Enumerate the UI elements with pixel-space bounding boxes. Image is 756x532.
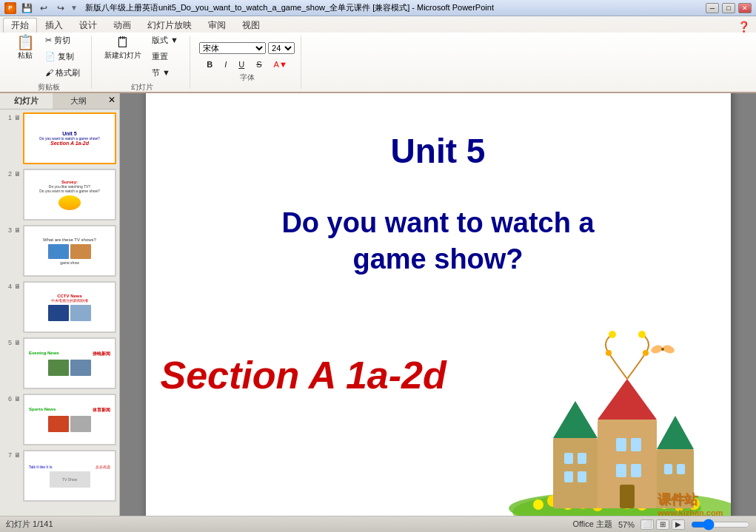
new-slide-label: 新建幻灯片 bbox=[104, 50, 141, 61]
slides-group: 🗒 新建幻灯片 版式 ▼ 重置 节 ▼ 幻灯片 bbox=[95, 36, 190, 89]
section-btn[interactable]: 节 ▼ bbox=[147, 65, 184, 81]
italic-btn[interactable]: I bbox=[219, 58, 232, 71]
font-group: 宋体 24 B I U S A▼ 字体 bbox=[193, 36, 301, 89]
slide-thumb-7[interactable]: 7 🖥 Talk It like It Is 步步高选 TV Show bbox=[3, 450, 116, 502]
slide-icon-5: 🖥 bbox=[14, 337, 21, 346]
tab-insert[interactable]: 插入 bbox=[37, 18, 71, 33]
thumb1-section: Section A 1a-2d bbox=[50, 141, 89, 146]
cut-btn[interactable]: ✂ 剪切 bbox=[40, 33, 85, 48]
svg-rect-28 bbox=[677, 464, 685, 474]
font-color-btn[interactable]: A▼ bbox=[269, 58, 292, 71]
help-icon[interactable]: ❓ bbox=[737, 21, 750, 33]
thumb6-sub: 体育新闻 bbox=[93, 407, 110, 414]
window-title: 新版八年级上册英语unit5_Do_you_want_to_watch_a_ga… bbox=[85, 2, 494, 13]
thumb-box-5[interactable]: Evening News 傍晚新闻 bbox=[23, 337, 116, 389]
svg-point-35 bbox=[661, 348, 664, 351]
svg-rect-16 bbox=[616, 464, 626, 477]
thumb-box-3[interactable]: What are these TV shows? game show bbox=[23, 225, 116, 277]
font-family-select[interactable]: 宋体 bbox=[199, 42, 266, 54]
thumb3-imgs bbox=[48, 244, 91, 259]
paste-label: 粘贴 bbox=[18, 50, 33, 61]
format-painter-btn[interactable]: 🖌 格式刷 bbox=[40, 65, 85, 81]
tab-start[interactable]: 开始 bbox=[3, 18, 37, 33]
thumb-content-4: CCTV News 中央电视台的新闻联播 bbox=[24, 283, 115, 331]
ribbon-content: 📋 粘贴 ✂ 剪切 📄 复制 🖌 格式刷 剪贴板 🗒 新建幻灯片 版式 ▼ bbox=[0, 33, 756, 92]
tab-view[interactable]: 视图 bbox=[234, 18, 268, 33]
svg-point-6 bbox=[533, 499, 543, 510]
thumb6-title: Sports News bbox=[29, 407, 56, 414]
slides-label: 幻灯片 bbox=[131, 82, 153, 92]
status-right: Office 主题 57% ⬜ ⊞ ▶ bbox=[572, 519, 750, 531]
thumb-box-6[interactable]: Sports News 体育新闻 bbox=[23, 394, 116, 445]
thumb-content-6: Sports News 体育新闻 bbox=[24, 395, 115, 444]
quick-undo-btn[interactable]: ↩ bbox=[36, 1, 51, 15]
slide-thumb-6[interactable]: 6 🖥 Sports News 体育新闻 bbox=[3, 394, 116, 445]
slide-thumb-4[interactable]: 4 🖥 CCTV News 中央电视台的新闻联播 bbox=[3, 281, 116, 333]
slide-main-title: Unit 5 bbox=[146, 131, 731, 171]
thumb4-imgs bbox=[48, 305, 91, 321]
svg-marker-26 bbox=[657, 416, 694, 449]
new-slide-btn[interactable]: 🗒 新建幻灯片 bbox=[101, 33, 145, 81]
zoom-slider[interactable] bbox=[691, 519, 750, 531]
svg-point-30 bbox=[609, 331, 616, 338]
thumb-box-2[interactable]: Survey: Do you like watching TV?Do you w… bbox=[23, 169, 116, 220]
thumb-box-4[interactable]: CCTV News 中央电视台的新闻联播 bbox=[23, 281, 116, 333]
slideshow-btn[interactable]: ▶ bbox=[672, 519, 685, 530]
ribbon: 开始 插入 设计 动画 幻灯片放映 审阅 视图 ❓ 📋 粘贴 ✂ 剪切 📄 复制… bbox=[0, 16, 756, 93]
tab-animation[interactable]: 动画 bbox=[105, 18, 139, 33]
close-btn[interactable]: ✕ bbox=[738, 3, 752, 13]
tab-review[interactable]: 审阅 bbox=[200, 18, 234, 33]
thumb3-title: What are these TV shows? bbox=[43, 238, 96, 242]
thumb5-title: Evening News bbox=[29, 351, 59, 357]
svg-point-32 bbox=[606, 350, 612, 356]
clipboard-group: 📋 粘贴 ✂ 剪切 📄 复制 🖌 格式刷 剪贴板 bbox=[6, 36, 92, 89]
minimize-btn[interactable]: ─ bbox=[706, 3, 719, 13]
copy-btn[interactable]: 📄 复制 bbox=[40, 49, 85, 64]
thumb2-text: Do you like watching TV?Do you want to w… bbox=[39, 184, 100, 193]
status-zoom: 57% bbox=[618, 520, 635, 529]
thumb-box-1[interactable]: Unit 5 Do you want to watch a game show?… bbox=[23, 112, 116, 164]
paste-btn[interactable]: 📋 粘贴 bbox=[12, 33, 39, 81]
tab-slideshow[interactable]: 幻灯片放映 bbox=[139, 18, 200, 33]
title-bar: P 💾 ↩ ↪ ▼ 新版八年级上册英语unit5_Do_you_want_to_… bbox=[0, 0, 756, 16]
panel-tabs: 幻灯片 大纲 ✕ bbox=[0, 93, 119, 110]
quick-save-btn[interactable]: 💾 bbox=[19, 1, 34, 15]
thumb4-sub: 中央电视台的新闻联播 bbox=[51, 298, 88, 303]
slide-thumb-5[interactable]: 5 🖥 Evening News 傍晚新闻 bbox=[3, 337, 116, 389]
quick-redo-btn[interactable]: ↪ bbox=[53, 1, 68, 15]
slide-number-1: 1 bbox=[3, 112, 12, 121]
panel-close-btn[interactable]: ✕ bbox=[104, 93, 119, 109]
slide-thumb-2[interactable]: 2 🖥 Survey: Do you like watching TV?Do y… bbox=[3, 169, 116, 220]
strikethrough-btn[interactable]: S bbox=[251, 58, 267, 71]
clipboard-buttons: 📋 粘贴 ✂ 剪切 📄 复制 🖌 格式刷 bbox=[12, 33, 85, 81]
font-label: 字体 bbox=[240, 73, 255, 83]
slide-sorter-btn[interactable]: ⊞ bbox=[656, 519, 669, 530]
panel-tab-outline[interactable]: 大纲 bbox=[53, 93, 105, 109]
panel-tab-slides[interactable]: 幻灯片 bbox=[0, 93, 53, 109]
slide-icon-6: 🖥 bbox=[14, 394, 21, 403]
watermark: 课件站 www.kjzhan.com bbox=[658, 491, 723, 516]
svg-marker-20 bbox=[553, 401, 598, 438]
font-size-select[interactable]: 24 bbox=[268, 42, 295, 54]
status-theme: Office 主题 bbox=[572, 519, 612, 530]
title-bar-left: P 💾 ↩ ↪ ▼ 新版八年级上册英语unit5_Do_you_want_to_… bbox=[4, 1, 494, 15]
bold-btn[interactable]: B bbox=[201, 58, 218, 71]
maximize-btn[interactable]: □ bbox=[722, 3, 735, 13]
layout-btn[interactable]: 版式 ▼ bbox=[147, 33, 184, 48]
thumb5-imgs bbox=[48, 360, 91, 376]
tab-design[interactable]: 设计 bbox=[71, 18, 105, 33]
new-slide-icon: 🗒 bbox=[116, 35, 130, 50]
slide-thumb-3[interactable]: 3 🖥 What are these TV shows? game show bbox=[3, 225, 116, 277]
thumb-box-7[interactable]: Talk It like It Is 步步高选 TV Show bbox=[23, 450, 116, 502]
underline-btn[interactable]: U bbox=[233, 58, 250, 71]
slides-list: 1 🖥 Unit 5 Do you want to watch a game s… bbox=[0, 110, 119, 516]
slide-count: 幻灯片 1/141 bbox=[6, 519, 53, 530]
thumb1-title: Unit 5 bbox=[62, 131, 76, 136]
slide-thumb-1[interactable]: 1 🖥 Unit 5 Do you want to watch a game s… bbox=[3, 112, 116, 164]
thumb7-sub: 步步高选 bbox=[96, 465, 110, 469]
reset-btn[interactable]: 重置 bbox=[147, 49, 184, 64]
slide-icon-1: 🖥 bbox=[14, 112, 21, 121]
normal-view-btn[interactable]: ⬜ bbox=[640, 519, 654, 530]
thumb5-sub: 傍晚新闻 bbox=[93, 351, 110, 357]
svg-rect-22 bbox=[578, 453, 586, 464]
